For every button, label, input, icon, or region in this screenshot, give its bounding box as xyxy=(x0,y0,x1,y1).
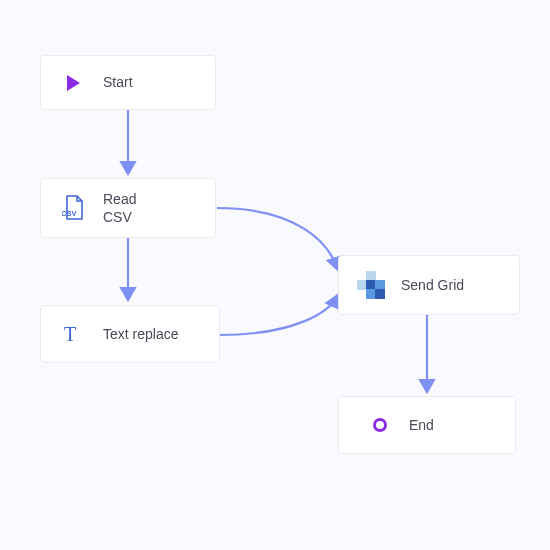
sendgrid-icon xyxy=(357,271,385,299)
csv-file-icon: CSV xyxy=(59,194,87,222)
node-label: End xyxy=(409,416,434,434)
workflow-canvas: Start CSV Read CSV T Text replace xyxy=(0,0,550,550)
node-label: Text replace xyxy=(103,325,178,343)
end-circle-icon xyxy=(371,416,389,434)
node-send-grid[interactable]: Send Grid xyxy=(338,255,520,315)
svg-text:T: T xyxy=(64,323,76,345)
svg-point-5 xyxy=(375,420,386,431)
node-label: Start xyxy=(103,73,133,91)
node-start[interactable]: Start xyxy=(40,55,216,110)
play-icon xyxy=(59,69,87,97)
node-label: Send Grid xyxy=(401,276,464,294)
node-end[interactable]: End xyxy=(338,396,516,454)
node-text-replace[interactable]: T Text replace xyxy=(40,305,220,363)
node-label: Read CSV xyxy=(103,190,136,226)
node-read-csv[interactable]: CSV Read CSV xyxy=(40,178,216,238)
text-icon: T xyxy=(59,320,87,348)
svg-text:CSV: CSV xyxy=(62,209,76,218)
